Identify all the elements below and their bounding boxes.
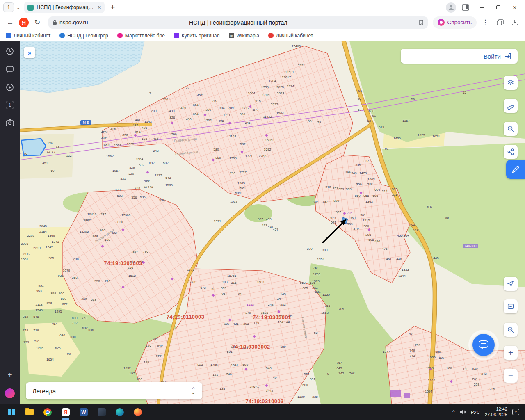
- building-footprint: [390, 390, 401, 397]
- bookmark-label: Купить оригинал: [182, 33, 220, 39]
- bookmark-label: Личный кабинет: [14, 33, 50, 39]
- yandex-icon[interactable]: Я: [19, 18, 29, 27]
- zoom-in-button[interactable]: +: [504, 346, 518, 360]
- settlement-west: [62, 189, 198, 323]
- share-button[interactable]: [504, 145, 518, 159]
- notification-center-button[interactable]: 2: [512, 409, 519, 415]
- screenshot-icon[interactable]: [5, 118, 14, 127]
- firefox-icon: [134, 408, 142, 416]
- login-label: Войти: [484, 53, 501, 60]
- clock-time: 12:42: [496, 406, 507, 412]
- alice-sidebar-icon[interactable]: [5, 388, 15, 398]
- bookmark-favicon: [117, 33, 123, 38]
- map-viewport[interactable]: 1746027211531120171704173926251574122457…: [20, 41, 525, 404]
- taskbar-yandex-browser[interactable]: Я: [57, 404, 75, 420]
- bookmark-item[interactable]: reWikimapia: [229, 33, 259, 39]
- taskbar-file-explorer[interactable]: [21, 404, 39, 420]
- back-button[interactable]: ←: [4, 16, 16, 29]
- bookmark-label: Личный кабинет: [276, 33, 313, 39]
- app-icon: [98, 408, 106, 416]
- taskbar-firefox[interactable]: [129, 404, 147, 420]
- tabs-panel-icon[interactable]: 1: [6, 101, 14, 109]
- side-panels-icon[interactable]: [459, 2, 472, 13]
- bookmark-favicon: [6, 33, 11, 38]
- messenger-icon[interactable]: [5, 65, 14, 74]
- address-bar[interactable]: nspd.gov.ru НСПД | Геоинформационный пор…: [48, 16, 428, 29]
- start-button[interactable]: [2, 404, 21, 420]
- pencil-icon: [511, 165, 520, 174]
- bookmark-flag-icon[interactable]: [419, 20, 424, 25]
- legend-expand-control[interactable]: ⌃ ⌄: [191, 388, 196, 394]
- yandex-browser-icon: Я: [62, 408, 70, 416]
- volume-icon[interactable]: [460, 409, 466, 415]
- minimize-icon: [480, 7, 484, 8]
- building-footprint: [404, 393, 410, 398]
- taskbar-word[interactable]: W: [75, 404, 93, 420]
- lock-icon: [52, 20, 57, 25]
- maximize-button[interactable]: [491, 2, 505, 13]
- notification-badge: 2: [515, 410, 517, 414]
- login-button[interactable]: Войти: [401, 49, 518, 64]
- reload-button[interactable]: ↻: [31, 16, 43, 29]
- chevron-down-icon[interactable]: ⌄: [16, 5, 20, 10]
- regional-road-badge: 74К-309: [463, 244, 478, 248]
- bookmark-favicon: [174, 33, 179, 38]
- tab-title: НСПД | Геоинформаци...: [37, 5, 94, 10]
- bookmarks-bar: Личный кабинетНСПД | ГеоинфорМаркетплейс…: [0, 30, 525, 41]
- measure-button[interactable]: [504, 99, 518, 113]
- close-window-button[interactable]: ✕: [508, 2, 522, 13]
- chat-widget[interactable]: [468, 330, 499, 360]
- bookmark-item[interactable]: Личный кабинет: [268, 33, 313, 39]
- add-panel-icon[interactable]: +: [5, 370, 14, 379]
- minimize-button[interactable]: [475, 2, 489, 13]
- feedback-tool-button[interactable]: [506, 160, 525, 179]
- bookmark-item[interactable]: Личный кабинет: [6, 33, 50, 39]
- taskbar-app[interactable]: [93, 404, 111, 420]
- page-title: НСПД | Геоинформационный портал: [48, 19, 428, 26]
- tab-close-icon[interactable]: ✕: [97, 5, 101, 10]
- legend-panel[interactable]: Легенда ⌃ ⌄: [26, 382, 202, 399]
- browser-tab[interactable]: НСПД | Геоинформаци... ✕: [24, 2, 105, 13]
- tray-expand-icon[interactable]: ^: [452, 409, 455, 415]
- browser-menu-button[interactable]: ⋮: [479, 16, 491, 29]
- legend-title: Легенда: [32, 388, 56, 395]
- login-icon: [504, 53, 512, 59]
- bookmark-favicon: [59, 33, 65, 38]
- search-objects-button[interactable]: [504, 122, 518, 136]
- sidebar-collapse-button[interactable]: »: [24, 47, 35, 58]
- folder-icon: [25, 409, 34, 415]
- tab-counter[interactable]: 1: [3, 2, 14, 12]
- new-tab-button[interactable]: +: [107, 3, 118, 12]
- layers-button[interactable]: [504, 76, 518, 90]
- bookmark-item[interactable]: НСПД | Геоинфор: [59, 33, 108, 39]
- taskbar-chrome[interactable]: [39, 404, 57, 420]
- language-indicator[interactable]: РУС: [471, 410, 480, 415]
- windows-icon: [8, 409, 15, 415]
- locate-button[interactable]: [504, 277, 518, 291]
- collections-icon[interactable]: [494, 16, 506, 29]
- bookmark-item[interactable]: Купить оригинал: [174, 33, 220, 39]
- system-tray: ^ РУС 12:42 27.06.2025 2: [452, 406, 523, 418]
- browser-sidebar: 1 +: [0, 41, 20, 404]
- word-icon: W: [80, 408, 88, 416]
- bookmark-label: Маркетплейс бре: [125, 33, 165, 39]
- zoom-to-button[interactable]: [504, 323, 518, 337]
- chevron-down-icon: ⌄: [191, 391, 196, 394]
- extent-button[interactable]: [504, 299, 518, 313]
- taskbar-clock[interactable]: 12:42 27.06.2025: [485, 406, 507, 418]
- bookmark-item[interactable]: Маркетплейс бре: [117, 33, 165, 39]
- windows-taskbar: Я W ^ РУС 12:42 27.06.2025 2: [0, 404, 525, 420]
- bookmark-favicon: re: [229, 33, 234, 38]
- downloads-icon[interactable]: [509, 16, 521, 29]
- zoom-out-button[interactable]: −: [504, 369, 518, 383]
- play-icon[interactable]: [5, 83, 14, 92]
- chat-icon: [478, 340, 489, 350]
- history-icon[interactable]: [5, 47, 14, 56]
- tabs-count: 1: [9, 103, 11, 107]
- tab-favicon: [27, 5, 34, 11]
- taskbar-edge[interactable]: [111, 404, 129, 420]
- avatar[interactable]: [446, 2, 456, 13]
- ask-alice-button[interactable]: Спросить: [433, 16, 477, 29]
- chrome-icon: [43, 408, 52, 416]
- bookmark-label: НСПД | Геоинфор: [67, 33, 108, 39]
